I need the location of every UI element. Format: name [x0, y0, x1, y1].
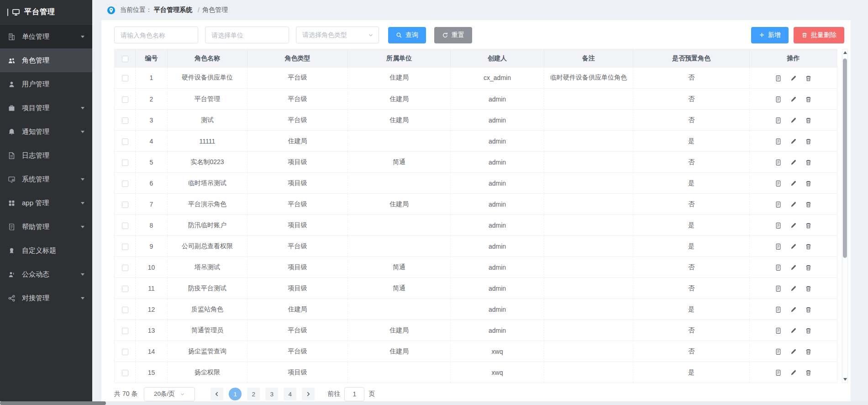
batch-delete-button[interactable]: 批量删除: [794, 27, 844, 43]
row-checkbox[interactable]: [122, 244, 128, 250]
edit-button[interactable]: [790, 369, 797, 376]
table-scrollbar[interactable]: [842, 49, 848, 383]
role-type-select[interactable]: 请选择角色类型: [296, 27, 379, 43]
sidebar-item-public[interactable]: 公众动态: [0, 262, 92, 286]
row-checkbox[interactable]: [122, 96, 128, 103]
delete-button[interactable]: [805, 75, 812, 82]
next-page-button[interactable]: [302, 388, 315, 400]
detail-button[interactable]: [775, 222, 782, 229]
detail-button[interactable]: [775, 369, 782, 376]
edit-button[interactable]: [790, 327, 797, 334]
detail-button[interactable]: [775, 96, 782, 103]
sidebar-item-user[interactable]: 用户管理: [0, 72, 92, 96]
row-checkbox[interactable]: [122, 117, 128, 124]
row-checkbox[interactable]: [122, 202, 128, 208]
edit-button[interactable]: [790, 306, 797, 313]
sidebar-item-unit[interactable]: 单位管理: [0, 25, 92, 48]
breadcrumb-root[interactable]: 平台管理系统: [154, 6, 192, 14]
edit-button[interactable]: [790, 138, 797, 145]
unit-input[interactable]: [205, 27, 289, 43]
row-checkbox[interactable]: [122, 139, 128, 145]
detail-button[interactable]: [775, 117, 782, 124]
page-1-button[interactable]: 1: [229, 388, 242, 400]
sidebar-item-system[interactable]: 系统管理: [0, 167, 92, 191]
horizontal-scrollbar[interactable]: [0, 401, 868, 405]
delete-button[interactable]: [805, 369, 812, 376]
sidebar-item-log[interactable]: 日志管理: [0, 144, 92, 167]
row-checkbox[interactable]: [122, 75, 128, 81]
detail-button[interactable]: [775, 159, 782, 166]
delete-button[interactable]: [805, 180, 812, 187]
row-checkbox[interactable]: [122, 160, 128, 166]
goto-page-input[interactable]: [344, 387, 364, 401]
edit-button[interactable]: [790, 117, 797, 124]
row-checkbox[interactable]: [122, 370, 128, 376]
reset-button[interactable]: 重置: [434, 27, 472, 43]
delete-button[interactable]: [805, 117, 812, 124]
detail-button[interactable]: [775, 138, 782, 145]
row-checkbox[interactable]: [122, 265, 128, 271]
person-icon: [8, 271, 16, 278]
detail-button[interactable]: [775, 201, 782, 208]
sidebar-item-app[interactable]: app 管理: [0, 191, 92, 215]
delete-button[interactable]: [805, 138, 812, 145]
detail-button[interactable]: [775, 285, 782, 292]
row-checkbox[interactable]: [122, 286, 128, 292]
delete-button[interactable]: [805, 327, 812, 334]
cell-id: 8: [136, 215, 168, 236]
sidebar-item-integration[interactable]: 对接管理: [0, 286, 92, 310]
sidebar-item-custom-title[interactable]: 自定义标题: [0, 239, 92, 262]
detail-button[interactable]: [775, 264, 782, 271]
row-checkbox[interactable]: [122, 181, 128, 187]
horizontal-scrollbar-thumb[interactable]: [0, 401, 106, 405]
edit-button[interactable]: [790, 96, 797, 103]
role-name-input[interactable]: [114, 27, 198, 43]
scroll-up-arrow-icon[interactable]: [843, 51, 847, 54]
delete-button[interactable]: [805, 201, 812, 208]
delete-button[interactable]: [805, 96, 812, 103]
detail-button[interactable]: [775, 327, 782, 334]
page-2-button[interactable]: 2: [247, 388, 260, 400]
row-checkbox[interactable]: [122, 328, 128, 334]
sidebar-item-help[interactable]: 帮助管理: [0, 215, 92, 239]
page-size-select[interactable]: 20条/页: [144, 387, 195, 401]
detail-button[interactable]: [775, 75, 782, 82]
edit-button[interactable]: [790, 75, 797, 82]
prev-page-button[interactable]: [210, 388, 223, 400]
edit-button[interactable]: [790, 201, 797, 208]
delete-button[interactable]: [805, 243, 812, 250]
detail-button[interactable]: [775, 243, 782, 250]
edit-button[interactable]: [790, 180, 797, 187]
delete-button[interactable]: [805, 348, 812, 355]
delete-button[interactable]: [805, 222, 812, 229]
edit-button[interactable]: [790, 264, 797, 271]
add-button[interactable]: 新增: [751, 27, 789, 43]
edit-button[interactable]: [790, 222, 797, 229]
edit-button[interactable]: [790, 285, 797, 292]
delete-button[interactable]: [805, 159, 812, 166]
detail-button[interactable]: [775, 180, 782, 187]
page-3-button[interactable]: 3: [265, 388, 278, 400]
row-checkbox[interactable]: [122, 349, 128, 355]
delete-button[interactable]: [805, 306, 812, 313]
select-all-checkbox[interactable]: [122, 56, 128, 62]
edit-button[interactable]: [790, 159, 797, 166]
delete-button[interactable]: [805, 264, 812, 271]
page-4-button[interactable]: 4: [284, 388, 296, 400]
cell-preset: 否: [633, 110, 750, 131]
row-checkbox[interactable]: [122, 223, 128, 229]
sidebar-item-role[interactable]: 角色管理: [0, 48, 92, 72]
sidebar-item-notice[interactable]: 通知管理: [0, 120, 92, 144]
detail-button[interactable]: [775, 348, 782, 355]
edit-button[interactable]: [790, 348, 797, 355]
scrollbar-thumb[interactable]: [843, 59, 847, 258]
search-button[interactable]: 查询: [388, 27, 426, 43]
scroll-down-arrow-icon[interactable]: [843, 378, 847, 381]
detail-button[interactable]: [775, 306, 782, 313]
edit-button[interactable]: [790, 243, 797, 250]
delete-button[interactable]: [805, 285, 812, 292]
sidebar-item-project[interactable]: 项目管理: [0, 96, 92, 120]
cell-creator: admin: [451, 257, 544, 278]
row-checkbox[interactable]: [122, 307, 128, 313]
cell-remark: [544, 194, 633, 215]
